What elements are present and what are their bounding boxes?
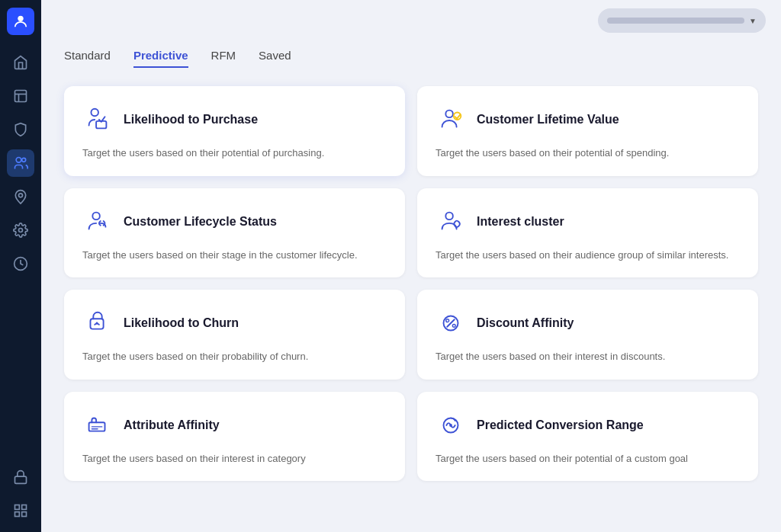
card-title: Likelihood to Purchase [124, 113, 258, 127]
svg-point-14 [91, 109, 98, 117]
card-header: Likelihood to Churn [82, 308, 387, 338]
card-predicted-conversion-range[interactable]: Predicted Conversion Range Target the us… [417, 392, 758, 482]
purchase-icon [82, 104, 113, 135]
svg-point-24 [452, 324, 455, 327]
attribute-icon [82, 410, 113, 441]
sidebar-item-clock[interactable] [7, 250, 34, 277]
svg-rect-13 [22, 512, 27, 517]
svg-point-0 [18, 16, 23, 21]
sidebar-item-settings[interactable] [7, 216, 34, 244]
card-title: Likelihood to Churn [124, 316, 239, 330]
card-description: Target the users based on their stage in… [82, 248, 387, 263]
sidebar-logo[interactable] [7, 8, 34, 35]
card-header: Predicted Conversion Range [435, 410, 740, 441]
card-discount-affinity[interactable]: Discount Affinity Target the users based… [417, 290, 758, 380]
svg-point-21 [96, 322, 98, 325]
tab-saved[interactable]: Saved [259, 49, 291, 68]
svg-point-29 [449, 424, 452, 427]
svg-rect-9 [15, 476, 27, 483]
svg-rect-11 [22, 505, 27, 510]
interest-icon [435, 207, 466, 237]
discount-icon [435, 308, 466, 338]
card-description: Target the users based on their potentia… [435, 451, 740, 466]
card-title: Customer Lifecycle Status [124, 215, 277, 229]
card-header: Discount Affinity [435, 308, 740, 338]
svg-point-6 [19, 194, 23, 197]
tab-predictive[interactable]: Predictive [133, 49, 188, 68]
svg-point-18 [92, 212, 100, 220]
svg-point-5 [22, 158, 26, 162]
svg-point-16 [445, 111, 453, 118]
card-title: Customer Lifetime Value [477, 113, 619, 127]
card-header: Customer Lifecycle Status [82, 207, 387, 237]
card-title: Predicted Conversion Range [477, 418, 644, 432]
card-likelihood-to-purchase[interactable]: Likelihood to Purchase Target the users … [64, 86, 405, 176]
topbar: ▼ [41, 0, 781, 41]
lifecycle-icon [82, 207, 113, 237]
card-header: Customer Lifetime Value [435, 104, 740, 135]
svg-rect-1 [15, 91, 27, 102]
sidebar-item-location[interactable] [7, 183, 34, 210]
card-title: Interest cluster [477, 215, 564, 229]
main-area: ▼ Standard Predictive RFM Saved [41, 0, 781, 532]
svg-point-23 [446, 319, 449, 322]
sidebar-item-lock[interactable] [7, 463, 34, 491]
sidebar-item-home[interactable] [7, 49, 34, 76]
svg-point-19 [445, 212, 453, 220]
card-title: Attribute Affinity [124, 418, 220, 432]
conversion-icon [435, 410, 466, 441]
card-attribute-affinity[interactable]: Attribute Affinity Target the users base… [64, 392, 405, 482]
dropdown-arrow-icon[interactable]: ▼ [749, 17, 757, 25]
card-likelihood-to-churn[interactable]: Likelihood to Churn Target the users bas… [64, 290, 405, 380]
card-header: Interest cluster [435, 207, 740, 237]
svg-rect-10 [15, 505, 20, 510]
card-customer-lifetime-value[interactable]: Customer Lifetime Value Target the users… [417, 86, 758, 176]
card-header: Attribute Affinity [82, 410, 387, 441]
sidebar [0, 0, 41, 532]
card-header: Likelihood to Purchase [82, 104, 387, 135]
card-description: Target the users based on their probabil… [82, 349, 387, 364]
svg-point-4 [16, 158, 21, 163]
card-title: Discount Affinity [477, 316, 574, 330]
content-area: Standard Predictive RFM Saved [41, 41, 781, 532]
tab-bar: Standard Predictive RFM Saved [64, 41, 758, 68]
tab-rfm[interactable]: RFM [211, 49, 236, 68]
lifetime-icon [435, 104, 466, 135]
search-bar[interactable]: ▼ [598, 8, 766, 33]
card-description: Target the users based on their audience… [435, 248, 740, 263]
card-description: Target the users based on their interest… [435, 349, 740, 364]
sidebar-item-shield[interactable] [7, 116, 34, 143]
sidebar-item-grid[interactable] [7, 497, 34, 524]
cards-grid: Likelihood to Purchase Target the users … [64, 86, 758, 481]
card-customer-lifecycle-status[interactable]: Customer Lifecycle Status Target the use… [64, 188, 405, 278]
card-description: Target the users based on their potentia… [82, 146, 387, 161]
sidebar-item-chart[interactable] [7, 82, 34, 110]
sidebar-bottom [7, 463, 34, 524]
tab-standard[interactable]: Standard [64, 49, 111, 68]
svg-point-7 [19, 229, 23, 232]
sidebar-item-people[interactable] [7, 149, 34, 177]
card-description: Target the users based on their interest… [82, 451, 387, 466]
card-interest-cluster[interactable]: Interest cluster Target the users based … [417, 188, 758, 278]
svg-rect-12 [15, 512, 20, 517]
churn-icon [82, 308, 113, 338]
card-description: Target the users based on their potentia… [435, 146, 740, 161]
